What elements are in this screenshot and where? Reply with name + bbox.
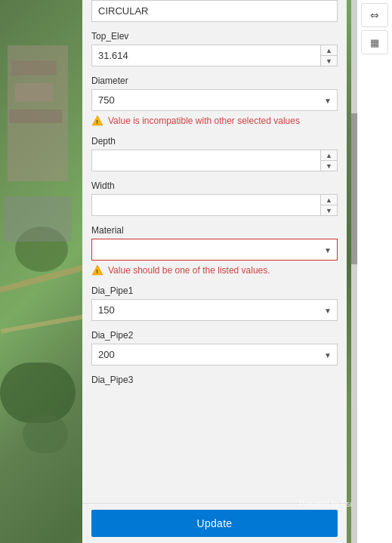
depth-decrement-btn[interactable]: ▼ <box>321 161 337 171</box>
material-field-group: Material Concrete PVC Steel ▼ ! Value sh… <box>91 225 338 276</box>
dia-pipe2-label: Dia_Pipe2 <box>91 330 338 341</box>
diameter-warning-text: Value is incompatible with other selecte… <box>108 116 300 126</box>
esri-watermark: Powered by Esri <box>299 500 354 508</box>
svg-text:!: ! <box>96 119 98 125</box>
top-elev-label: Top_Elev <box>91 31 338 42</box>
right-toolbar: ⇔ ▦ <box>357 0 392 543</box>
dia-pipe2-select-wrap: 200 150 250 300 ▼ <box>91 344 338 366</box>
dia-pipe1-select-wrap: 150 100 200 250 ▼ <box>91 299 338 321</box>
depth-input[interactable] <box>92 150 320 171</box>
svg-text:!: ! <box>96 268 98 275</box>
depth-increment-btn[interactable]: ▲ <box>321 150 337 161</box>
width-decrement-btn[interactable]: ▼ <box>321 205 337 215</box>
material-warning-icon: ! <box>91 264 103 276</box>
depth-label: Depth <box>91 136 338 147</box>
toolbar-button-1[interactable]: ⇔ <box>361 3 388 27</box>
material-select[interactable]: Concrete PVC Steel <box>91 239 338 261</box>
width-field-group: Width ▲ ▼ <box>91 180 338 216</box>
depth-spinner-buttons: ▲ ▼ <box>320 150 337 171</box>
width-increment-btn[interactable]: ▲ <box>321 195 337 205</box>
material-select-wrap: Concrete PVC Steel ▼ <box>91 239 338 261</box>
material-warning: ! Value should be one of the listed valu… <box>91 264 338 276</box>
form-panel: Top_Elev ▲ ▼ Diameter 750 500 600 800 10… <box>82 0 347 543</box>
top-elev-increment-btn[interactable]: ▲ <box>321 45 337 56</box>
material-label: Material <box>91 225 338 236</box>
dia-pipe1-select[interactable]: 150 100 200 250 <box>91 299 338 321</box>
dia-pipe3-label: Dia_Pipe3 <box>91 375 338 385</box>
depth-spinner: ▲ ▼ <box>91 150 338 171</box>
update-button[interactable]: Update <box>91 510 338 537</box>
width-spinner: ▲ ▼ <box>91 194 338 216</box>
diameter-select[interactable]: 750 500 600 800 1000 <box>91 89 338 111</box>
top-elev-spinner-buttons: ▲ ▼ <box>320 45 337 66</box>
material-warning-text: Value should be one of the listed values… <box>108 265 270 276</box>
scrollbar-thumb[interactable] <box>351 113 357 264</box>
dia-pipe1-label: Dia_Pipe1 <box>91 285 338 296</box>
dia-pipe2-select[interactable]: 200 150 250 300 <box>91 344 338 366</box>
top-elev-decrement-btn[interactable]: ▼ <box>321 56 337 66</box>
width-input[interactable] <box>92 195 320 215</box>
exchange-icon: ⇔ <box>370 9 379 21</box>
grid-icon: ▦ <box>370 37 379 48</box>
panel-scroll-area[interactable]: Top_Elev ▲ ▼ Diameter 750 500 600 800 10… <box>82 0 347 503</box>
update-button-wrap: Update <box>82 503 347 543</box>
diameter-field-group: Diameter 750 500 600 800 1000 ▼ ! Value … <box>91 76 338 127</box>
diameter-warning-icon: ! <box>91 115 103 127</box>
depth-field-group: Depth ▲ ▼ <box>91 136 338 171</box>
top-elev-spinner: ▲ ▼ <box>91 45 338 66</box>
shape-input[interactable] <box>91 0 338 22</box>
dia-pipe3-field-group: Dia_Pipe3 <box>91 375 338 385</box>
shape-field-group <box>91 0 338 22</box>
width-spinner-buttons: ▲ ▼ <box>320 195 337 215</box>
top-elev-field-group: Top_Elev ▲ ▼ <box>91 31 338 66</box>
diameter-label: Diameter <box>91 76 338 86</box>
diameter-warning: ! Value is incompatible with other selec… <box>91 115 338 127</box>
dia-pipe2-field-group: Dia_Pipe2 200 150 250 300 ▼ <box>91 330 338 366</box>
width-label: Width <box>91 180 338 191</box>
diameter-select-wrap: 750 500 600 800 1000 ▼ <box>91 89 338 111</box>
toolbar-button-2[interactable]: ▦ <box>361 30 388 54</box>
panel-scrollbar[interactable] <box>351 0 357 543</box>
dia-pipe1-field-group: Dia_Pipe1 150 100 200 250 ▼ <box>91 285 338 321</box>
top-elev-input[interactable] <box>92 45 320 66</box>
